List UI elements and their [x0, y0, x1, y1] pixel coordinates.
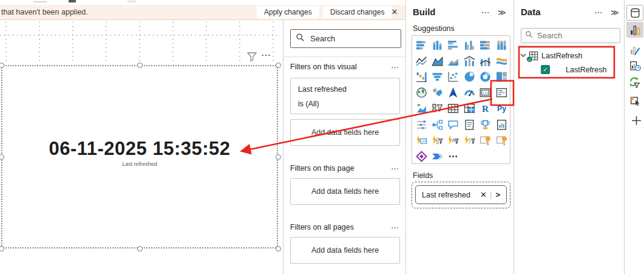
- qa-visual-icon[interactable]: [446, 117, 461, 132]
- resize-handle[interactable]: [137, 63, 143, 68]
- resize-handle[interactable]: [276, 154, 281, 160]
- field-pill-expand-icon[interactable]: >: [492, 190, 501, 199]
- data-pane-collapse-icon[interactable]: ≫: [611, 8, 619, 17]
- field-pill-label: Last refreshed: [422, 191, 477, 199]
- filters-on-page-more-icon[interactable]: ⋯: [391, 164, 399, 173]
- azure-map-icon[interactable]: [446, 85, 461, 101]
- button-slicer-icon[interactable]: [461, 132, 477, 148]
- waterfall-chart-icon[interactable]: [413, 69, 429, 84]
- build-visual-pane-icon[interactable]: [626, 22, 643, 38]
- table-icon: ✓: [529, 51, 540, 61]
- scatter-chart-icon[interactable]: [446, 69, 461, 84]
- format-visual-pane-icon[interactable]: [628, 43, 642, 57]
- grid-line: [273, 22, 274, 64]
- funnel-chart-icon[interactable]: [429, 69, 445, 84]
- table-selected-badge: ✓: [526, 56, 533, 63]
- field-pill-last-refreshed[interactable]: Last refreshed ✕ | >: [415, 185, 507, 204]
- optimize-pane-icon[interactable]: [628, 58, 642, 73]
- filters-all-pages-more-icon[interactable]: ⋯: [391, 223, 399, 232]
- decomposition-tree-icon[interactable]: [429, 117, 445, 132]
- more-options-icon[interactable]: [446, 148, 461, 164]
- text-slicer-icon[interactable]: A: [446, 132, 461, 148]
- resize-handle[interactable]: [0, 63, 4, 68]
- stacked-bar-chart-icon[interactable]: [413, 37, 429, 53]
- sync-filters-pane-icon[interactable]: [627, 75, 642, 89]
- line-and-clustered-column-chart-icon[interactable]: [478, 53, 493, 69]
- grid-line: [39, 22, 40, 64]
- smart-narrative-icon[interactable]: [461, 117, 477, 132]
- add-fields-all-pages-dropzone[interactable]: Add data fields here: [290, 237, 400, 264]
- field-pill-remove-icon[interactable]: ✕: [477, 190, 490, 199]
- map-icon[interactable]: [413, 85, 429, 101]
- area-chart-icon[interactable]: [429, 53, 445, 69]
- 100-stacked-bar-chart-icon[interactable]: [478, 37, 493, 53]
- filter-card-last-refreshed[interactable]: Last refreshed is (All): [290, 78, 400, 114]
- data-pane-more-icon[interactable]: ⋯: [594, 7, 603, 17]
- reference-labels-icon[interactable]: [478, 132, 493, 148]
- card-icon[interactable]: 123: [478, 85, 493, 101]
- line-and-stacked-column-chart-icon[interactable]: [461, 53, 477, 69]
- resize-handle[interactable]: [137, 246, 143, 252]
- gauge-icon[interactable]: [461, 85, 477, 101]
- visual-more-options-icon[interactable]: ⋯: [261, 49, 271, 61]
- slicer-icon[interactable]: [429, 101, 445, 117]
- donut-chart-icon[interactable]: [478, 69, 493, 84]
- ribbon-chart-icon[interactable]: [493, 53, 509, 69]
- new-card-icon[interactable]: 123: [413, 132, 429, 148]
- build-pane-collapse-icon[interactable]: ≫: [498, 8, 506, 17]
- line-chart-icon[interactable]: [413, 53, 429, 69]
- hierarchy-slicer-icon[interactable]: [413, 117, 429, 132]
- data-tree-field-row[interactable]: ✓ LastRefresh: [541, 65, 606, 74]
- suggestions-label: Suggestions: [413, 24, 455, 33]
- python-visual-icon[interactable]: Py: [493, 101, 509, 117]
- get-more-visuals-icon[interactable]: [493, 132, 509, 148]
- kpi-icon[interactable]: [413, 101, 429, 117]
- power-automate-icon[interactable]: [429, 148, 445, 164]
- stacked-column-chart-icon[interactable]: [429, 37, 445, 53]
- table-icon[interactable]: [446, 101, 461, 117]
- filters-on-visual-more-icon[interactable]: ⋯: [391, 63, 399, 72]
- filter-condition: is (All): [298, 100, 319, 108]
- filters-search-input[interactable]: [310, 34, 396, 43]
- metrics-icon[interactable]: [478, 117, 493, 132]
- add-fields-visual-dropzone[interactable]: Add data fields here: [290, 119, 400, 146]
- stacked-area-chart-icon[interactable]: [446, 53, 461, 69]
- pie-chart-icon[interactable]: [461, 69, 477, 84]
- resize-handle[interactable]: [0, 246, 4, 252]
- table-name: LastRefresh: [541, 52, 582, 60]
- data-search-input[interactable]: [537, 31, 616, 40]
- apply-changes-button[interactable]: Apply changes: [257, 6, 319, 19]
- paginated-report-icon[interactable]: [493, 117, 509, 132]
- clustered-bar-chart-icon[interactable]: [446, 37, 461, 53]
- filters-divider: [283, 57, 405, 57]
- banner-close-icon[interactable]: ✕: [389, 7, 400, 18]
- treemap-icon[interactable]: [493, 69, 509, 84]
- power-apps-icon[interactable]: [413, 148, 429, 164]
- build-pane-more-icon[interactable]: ⋯: [481, 7, 490, 17]
- 100-stacked-column-chart-icon[interactable]: [493, 37, 509, 53]
- add-pane-icon[interactable]: [629, 113, 643, 128]
- card-callout-caption: Last refreshed: [122, 161, 157, 167]
- resize-handle[interactable]: [276, 246, 281, 252]
- filters-search-box: [290, 29, 401, 48]
- filled-map-icon[interactable]: [429, 85, 445, 101]
- new-slicer-icon[interactable]: [429, 132, 445, 148]
- r-script-visual-icon[interactable]: R: [478, 101, 493, 117]
- matrix-icon[interactable]: [461, 101, 477, 117]
- resize-handle[interactable]: [0, 154, 4, 160]
- data-pane-title: Data: [521, 7, 541, 17]
- data-pane-icon[interactable]: [626, 5, 643, 21]
- filters-on-page-title: Filters on this page: [290, 164, 354, 173]
- card-callout-value: 06-11-2025 15:35:52: [49, 138, 230, 160]
- field-checkbox[interactable]: ✓: [541, 65, 550, 74]
- visual-filter-icon[interactable]: [246, 52, 257, 65]
- multi-row-card-icon[interactable]: [493, 85, 509, 101]
- clustered-column-chart-icon[interactable]: [461, 37, 477, 53]
- grid-line: [0, 35, 280, 36]
- card-visual[interactable]: 06-11-2025 15:35:52 Last refreshed: [1, 65, 278, 248]
- selection-pane-icon[interactable]: [628, 93, 642, 108]
- add-fields-page-dropzone[interactable]: Add data fields here: [290, 178, 400, 205]
- discard-changes-button[interactable]: Discard changes: [323, 6, 391, 19]
- data-tree-table-row[interactable]: ✓ LastRefresh: [520, 50, 582, 61]
- resize-handle[interactable]: [276, 63, 281, 68]
